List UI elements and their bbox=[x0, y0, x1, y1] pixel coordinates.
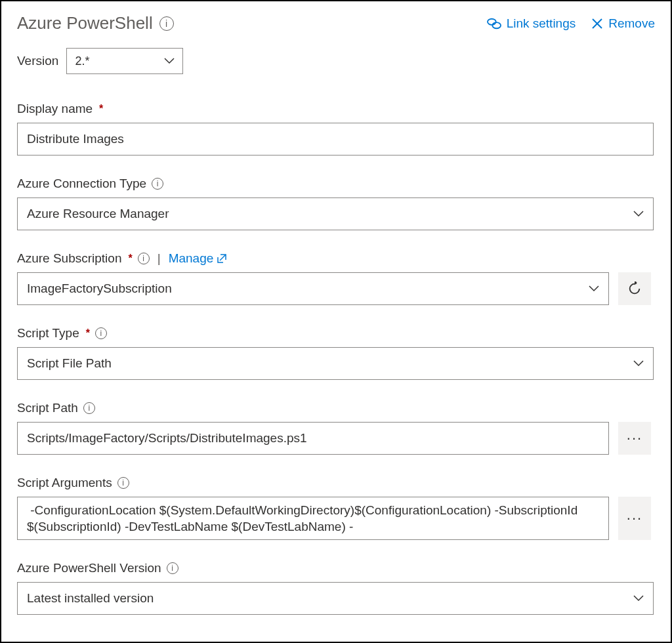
form-section: Display name * Azure Connection Type i A… bbox=[17, 102, 655, 615]
subscription-label: Azure Subscription bbox=[17, 251, 121, 266]
close-icon bbox=[591, 18, 603, 30]
chevron-down-icon bbox=[589, 285, 599, 292]
subscription-select[interactable]: ImageFactorySubscription bbox=[17, 272, 609, 305]
connection-type-info-icon[interactable]: i bbox=[152, 178, 163, 190]
required-asterisk: * bbox=[128, 253, 132, 264]
script-path-label-row: Script Path i bbox=[17, 401, 655, 415]
script-type-value: Script File Path bbox=[27, 356, 112, 371]
subscription-label-row: Azure Subscription * i | Manage bbox=[17, 251, 655, 266]
remove-button[interactable]: Remove bbox=[591, 16, 655, 31]
display-name-label: Display name bbox=[17, 102, 93, 116]
manage-link[interactable]: Manage bbox=[169, 251, 227, 266]
script-args-row: ··· bbox=[17, 497, 655, 540]
script-type-label-row: Script Type * i bbox=[17, 326, 655, 341]
display-name-input[interactable] bbox=[17, 123, 654, 156]
ellipsis-icon: ··· bbox=[627, 510, 642, 527]
script-path-row: ··· bbox=[17, 422, 655, 455]
field-subscription: Azure Subscription * i | Manage bbox=[17, 251, 655, 305]
connection-type-label-row: Azure Connection Type i bbox=[17, 176, 655, 191]
field-ps-version: Azure PowerShell Version i Latest instal… bbox=[17, 561, 655, 615]
field-script-type: Script Type * i Script File Path bbox=[17, 326, 655, 380]
script-args-input[interactable] bbox=[17, 497, 609, 540]
header-actions: Link settings Remove bbox=[487, 16, 655, 31]
field-display-name: Display name * bbox=[17, 102, 655, 156]
field-script-path: Script Path i ··· bbox=[17, 401, 655, 455]
ps-version-select[interactable]: Latest installed version bbox=[17, 582, 654, 615]
svg-line-4 bbox=[220, 255, 226, 260]
version-label: Version bbox=[17, 54, 58, 68]
chevron-down-icon bbox=[164, 58, 175, 64]
field-connection-type: Azure Connection Type i Azure Resource M… bbox=[17, 176, 655, 230]
browse-script-args-button[interactable]: ··· bbox=[618, 497, 651, 540]
divider: | bbox=[158, 251, 161, 266]
connection-type-select[interactable]: Azure Resource Manager bbox=[17, 197, 654, 230]
page-title: Azure PowerShell bbox=[17, 13, 153, 33]
svg-point-1 bbox=[492, 22, 501, 28]
svg-marker-5 bbox=[635, 281, 637, 285]
refresh-button[interactable] bbox=[618, 272, 651, 305]
subscription-info-icon[interactable]: i bbox=[138, 253, 150, 264]
script-args-label-row: Script Arguments i bbox=[17, 476, 655, 490]
version-row: Version 2.* bbox=[17, 48, 655, 74]
link-settings-label: Link settings bbox=[507, 16, 576, 31]
remove-label: Remove bbox=[608, 16, 655, 31]
refresh-icon bbox=[627, 281, 642, 296]
header-row: Azure PowerShell i Link settings bbox=[17, 13, 655, 33]
link-settings-button[interactable]: Link settings bbox=[487, 16, 576, 31]
script-path-info-icon[interactable]: i bbox=[83, 402, 95, 414]
manage-label: Manage bbox=[169, 251, 214, 266]
connection-type-value: Azure Resource Manager bbox=[27, 207, 169, 221]
ps-version-label: Azure PowerShell Version bbox=[17, 561, 161, 575]
script-type-label: Script Type bbox=[17, 326, 79, 341]
title-info-icon[interactable]: i bbox=[159, 16, 174, 31]
ps-version-value: Latest installed version bbox=[27, 591, 154, 606]
external-link-icon bbox=[217, 254, 226, 263]
script-args-info-icon[interactable]: i bbox=[117, 477, 129, 489]
chevron-down-icon bbox=[633, 360, 644, 367]
script-type-select[interactable]: Script File Path bbox=[17, 347, 654, 380]
ellipsis-icon: ··· bbox=[627, 430, 642, 447]
script-path-label: Script Path bbox=[17, 401, 78, 415]
subscription-value: ImageFactorySubscription bbox=[27, 281, 172, 296]
task-editor-panel: Azure PowerShell i Link settings bbox=[0, 0, 672, 643]
version-value: 2.* bbox=[75, 54, 89, 68]
required-asterisk: * bbox=[86, 327, 90, 339]
script-args-label: Script Arguments bbox=[17, 476, 112, 490]
title-group: Azure PowerShell i bbox=[17, 13, 174, 33]
chevron-down-icon bbox=[633, 595, 644, 602]
script-type-info-icon[interactable]: i bbox=[95, 327, 107, 339]
ps-version-info-icon[interactable]: i bbox=[167, 562, 178, 574]
script-path-input[interactable] bbox=[17, 422, 609, 455]
connection-type-label: Azure Connection Type bbox=[17, 176, 146, 191]
display-name-label-row: Display name * bbox=[17, 102, 655, 116]
required-asterisk: * bbox=[99, 103, 103, 115]
link-icon bbox=[487, 17, 501, 30]
browse-script-path-button[interactable]: ··· bbox=[618, 422, 651, 455]
chevron-down-icon bbox=[633, 211, 644, 217]
field-script-args: Script Arguments i ··· bbox=[17, 476, 655, 540]
version-select[interactable]: 2.* bbox=[66, 48, 183, 74]
ps-version-label-row: Azure PowerShell Version i bbox=[17, 561, 655, 575]
subscription-row: ImageFactorySubscription bbox=[17, 272, 655, 305]
svg-point-0 bbox=[488, 18, 496, 24]
